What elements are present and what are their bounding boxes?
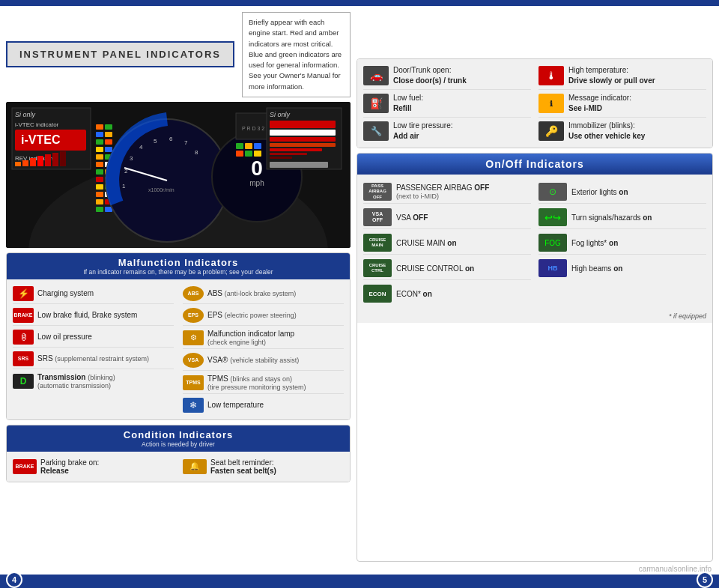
malfunction-body: ⚡ Charging system BRAKE Low brake fluid,…	[7, 279, 350, 419]
indicator-charging: ⚡ Charging system	[13, 284, 174, 304]
malfunction-section: Malfunction Indicators If an indicator r…	[6, 252, 351, 420]
srs-icon: SRS	[13, 351, 34, 366]
onoff-section: On/Off Indicators PASSAIRBAGOFF PASSENGE…	[357, 153, 713, 562]
info-fuel: ⛽ Low fuel:Refill	[363, 93, 531, 118]
fuel-text: Low fuel:Refill	[393, 93, 423, 114]
info-immobilizer: 🔑 Immobilizer (blinks):Use other vehicle…	[539, 121, 706, 142]
svg-text:i-VTEC: i-VTEC	[21, 133, 61, 146]
econ-icon: ECON	[363, 285, 392, 303]
svg-text:P R D 3 2 1: P R D 3 2 1	[242, 126, 269, 131]
eps-icon: EPS	[183, 308, 204, 323]
info-hightemp: 🌡 High temperature:Drive slowly or pull …	[539, 65, 706, 90]
indicator-brake: BRAKE Low brake fluid, Brake system	[13, 306, 174, 326]
svg-rect-66	[270, 143, 336, 147]
svg-rect-15	[96, 124, 103, 130]
svg-text:5: 5	[154, 138, 157, 145]
svg-rect-9	[22, 160, 28, 166]
hightemp-icon: 🌡	[539, 66, 564, 85]
pass-airbag-text: PASSENGER AIRBAG OFF(next to i-MID)	[396, 184, 489, 200]
info-section: 🚗 Door/Trunk open:Close door(s) / trunk …	[357, 58, 713, 148]
cruise-control-icon: CRUISECTRL	[363, 259, 392, 277]
page-number-left: 4	[6, 572, 22, 588]
svg-rect-64	[270, 130, 336, 136]
condition-header: Condition Indicators Action is needed by…	[7, 425, 350, 452]
indicator-srs: SRS SRS (supplemental restraint system)	[13, 349, 174, 369]
eps-label: EPS (electric power steering)	[207, 311, 297, 319]
econ-text: ECON* on	[396, 290, 432, 298]
svg-text:Si only: Si only	[15, 111, 36, 118]
left-column: INSTRUMENT PANEL INDICATORS Briefly appe…	[6, 12, 351, 562]
vsa-off-text: VSA OFF	[396, 213, 428, 222]
message-icon: ℹ	[539, 94, 564, 113]
ext-lights-icon: ⊙	[539, 183, 567, 201]
svg-rect-56	[245, 143, 252, 149]
svg-rect-23	[96, 154, 103, 160]
dashboard-image: Si only i-VTEC indicator i-VTEC REV indi…	[6, 102, 351, 248]
parking-icon: BRAKE	[13, 459, 37, 474]
title-note: Briefly appear with each engine start. R…	[242, 12, 351, 97]
svg-rect-35	[96, 199, 103, 204]
indicator-abs: ABS ABS (anti-lock brake system)	[183, 284, 344, 304]
info-tire: 🔧 Low tire pressure:Add air	[363, 121, 531, 142]
info-message: ℹ Message indicator:See i-MID	[539, 93, 706, 118]
malfunction-title: Malfunction Indicators	[13, 257, 344, 268]
cruise-control-text: CRUISE CONTROL on	[396, 264, 474, 273]
svg-rect-37	[96, 207, 103, 212]
immobilizer-icon: 🔑	[539, 121, 564, 141]
svg-text:4: 4	[139, 144, 143, 151]
fog-lights-icon: FOG	[539, 234, 567, 252]
svg-rect-29	[96, 177, 103, 182]
brake-label: Low brake fluid, Brake system	[37, 311, 137, 319]
svg-rect-69	[270, 157, 292, 159]
condition-seatbelt: 🔔 Seat belt reminder:Fasten seat belt(s)	[183, 456, 344, 477]
brake-icon: BRAKE	[13, 308, 34, 323]
svg-rect-18	[105, 132, 112, 137]
condition-section: Condition Indicators Action is needed by…	[6, 425, 351, 482]
bottom-bar: 4 carmanualsonline.info 5	[0, 575, 719, 588]
onoff-ext-lights: ⊙ Exterior lights on	[539, 181, 706, 204]
svg-text:6: 6	[169, 136, 173, 142]
svg-rect-27	[96, 169, 103, 175]
vsa-icon: VSA	[183, 353, 204, 368]
svg-rect-67	[270, 148, 322, 151]
tire-icon: 🔧	[363, 121, 389, 141]
vsa-label: VSA® (vehicle stability assist)	[207, 356, 299, 364]
charging-label: Charging system	[37, 289, 94, 297]
dashboard-svg: Si only i-VTEC indicator i-VTEC REV indi…	[6, 102, 351, 248]
svg-rect-16	[105, 124, 112, 130]
footnote: * if equipped	[357, 311, 712, 323]
info-door: 🚗 Door/Trunk open:Close door(s) / trunk	[363, 65, 531, 90]
onoff-pass-airbag: PASSAIRBAGOFF PASSENGER AIRBAG OFF(next …	[363, 181, 531, 204]
onoff-econ: ECON ECON* on	[363, 282, 531, 305]
svg-rect-57	[254, 143, 261, 149]
trans-icon: D	[13, 374, 34, 389]
condition-subtitle: Action is needed by driver	[13, 440, 344, 448]
tpms-label: TPMS (blinks and stays on)(tire pressure…	[207, 375, 306, 391]
charging-icon: ⚡	[13, 286, 34, 301]
srs-label: SRS (supplemental restraint system)	[37, 354, 149, 363]
svg-text:x1000r/min: x1000r/min	[148, 187, 175, 193]
door-icon: 🚗	[363, 66, 389, 85]
turn-signals-icon: ↩↪	[539, 208, 567, 226]
svg-text:1: 1	[122, 183, 126, 190]
svg-rect-33	[96, 192, 103, 197]
svg-text:8: 8	[195, 149, 198, 156]
immobilizer-text: Immobilizer (blinks):Use other vehicle k…	[568, 121, 645, 142]
svg-rect-12	[45, 154, 51, 166]
svg-rect-59	[245, 151, 252, 157]
svg-rect-19	[96, 139, 103, 145]
svg-rect-55	[236, 143, 243, 149]
svg-rect-21	[96, 147, 103, 152]
seatbelt-icon: 🔔	[183, 459, 207, 474]
mil-icon: ⚙	[183, 330, 204, 345]
turn-signals-text: Turn signals/hazards on	[571, 213, 652, 222]
svg-rect-63	[270, 121, 336, 128]
svg-rect-13	[52, 153, 58, 166]
svg-text:Si only: Si only	[270, 111, 291, 118]
svg-rect-14	[60, 151, 66, 166]
indicator-trans: D Transmission (blinking)(automatic tran…	[13, 371, 174, 392]
indicator-oil: 🛢 Low oil pressure	[13, 327, 174, 348]
top-bar	[0, 0, 719, 6]
oil-icon: 🛢	[13, 330, 34, 345]
onoff-cruise-main: CRUISEMAIN CRUISE MAIN on	[363, 231, 531, 255]
